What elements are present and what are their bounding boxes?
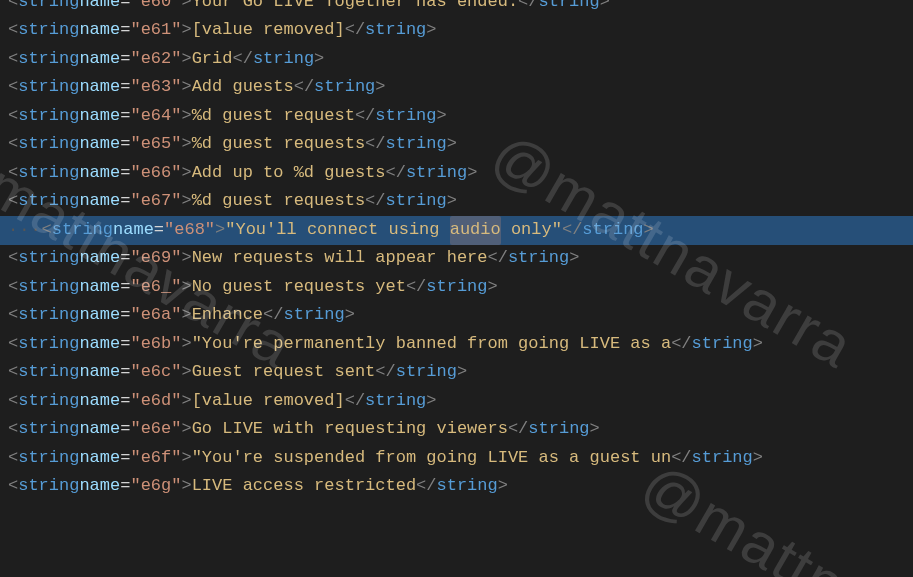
xml-tag: string — [18, 45, 79, 74]
xml-attr-name: name — [79, 159, 120, 188]
xml-tag: string — [18, 416, 79, 445]
xml-tag: string — [18, 74, 79, 103]
code-line[interactable]: <string name="e6f">"You're suspended fro… — [0, 444, 913, 473]
code-line[interactable]: <string name="e64">%d guest request</str… — [0, 102, 913, 131]
string-value: No guest requests yet — [192, 273, 406, 302]
string-value: Enhance — [192, 302, 263, 331]
xml-attr-value: "e65" — [130, 131, 181, 160]
code-line-selected[interactable]: ···<string name="e68">"You'll connect us… — [0, 216, 913, 245]
xml-attr-value: "e66" — [130, 159, 181, 188]
string-value: New requests will appear here — [192, 245, 488, 274]
xml-attr-value: "e69" — [130, 245, 181, 274]
xml-attr-value: "e68" — [164, 216, 215, 245]
code-line[interactable]: <string name="e60">Your Go LIVE Together… — [0, 0, 913, 17]
xml-tag: string — [52, 216, 113, 245]
code-line[interactable]: <string name="e62">Grid</string> — [0, 45, 913, 74]
xml-attr-name: name — [79, 17, 120, 46]
xml-attr-value: "e6f" — [130, 444, 181, 473]
xml-attr-name: name — [79, 102, 120, 131]
xml-tag: string — [18, 0, 79, 17]
string-value: %d guest requests — [192, 188, 365, 217]
xml-tag: string — [18, 17, 79, 46]
xml-tag: string — [18, 387, 79, 416]
xml-tag: string — [18, 359, 79, 388]
xml-attr-name: name — [79, 330, 120, 359]
xml-attr-name: name — [79, 45, 120, 74]
string-value: Your Go LIVE Together has ended. — [192, 0, 518, 17]
xml-attr-value: "e61" — [130, 17, 181, 46]
string-value: [value removed] — [192, 387, 345, 416]
xml-attr-name: name — [79, 131, 120, 160]
xml-attr-value: "e62" — [130, 45, 181, 74]
code-line[interactable]: <string name="e6c">Guest request sent</s… — [0, 359, 913, 388]
xml-tag: string — [18, 473, 79, 502]
xml-tag: string — [18, 330, 79, 359]
string-value: LIVE access restricted — [192, 473, 416, 502]
xml-attr-name: name — [79, 387, 120, 416]
string-value: "You're suspended from going LIVE as a g… — [192, 444, 671, 473]
code-line[interactable]: <string name="e65">%d guest requests</st… — [0, 131, 913, 160]
xml-attr-value: "e6g" — [130, 473, 181, 502]
string-value: Add guests — [192, 74, 294, 103]
string-value: %d guest requests — [192, 131, 365, 160]
code-line[interactable]: <string name="e6a">Enhance</string> — [0, 302, 913, 331]
xml-tag: string — [18, 444, 79, 473]
xml-attr-value: "e6d" — [130, 387, 181, 416]
xml-attr-name: name — [79, 359, 120, 388]
xml-tag: string — [18, 102, 79, 131]
string-value: Guest request sent — [192, 359, 376, 388]
xml-attr-value: "e60" — [130, 0, 181, 17]
xml-attr-value: "e64" — [130, 102, 181, 131]
xml-attr-value: "e6e" — [130, 416, 181, 445]
xml-attr-name: name — [79, 444, 120, 473]
code-line[interactable]: <string name="e63">Add guests</string> — [0, 74, 913, 103]
code-line[interactable]: <string name="e6_">No guest requests yet… — [0, 273, 913, 302]
code-line[interactable]: <string name="e6b">"You're permanently b… — [0, 330, 913, 359]
xml-tag: string — [18, 159, 79, 188]
xml-attr-name: name — [79, 416, 120, 445]
xml-attr-name: name — [113, 216, 154, 245]
xml-attr-name: name — [79, 74, 120, 103]
xml-attr-value: "e63" — [130, 74, 181, 103]
xml-attr-value: "e6b" — [130, 330, 181, 359]
string-value: "You're permanently banned from going LI… — [192, 330, 671, 359]
xml-attr-name: name — [79, 473, 120, 502]
xml-attr-name: name — [79, 245, 120, 274]
xml-tag: string — [18, 188, 79, 217]
xml-attr-name: name — [79, 273, 120, 302]
xml-attr-value: "e6a" — [130, 302, 181, 331]
string-value: Go LIVE with requesting viewers — [192, 416, 508, 445]
xml-attr-name: name — [79, 0, 120, 17]
string-value: [value removed] — [192, 17, 345, 46]
xml-tag: string — [18, 245, 79, 274]
xml-attr-value: "e6c" — [130, 359, 181, 388]
code-line[interactable]: <string name="e69">New requests will app… — [0, 245, 913, 274]
xml-attr-value: "e67" — [130, 188, 181, 217]
indent-guide-icon: ··· — [8, 216, 42, 245]
code-line[interactable]: <string name="e66">Add up to %d guests</… — [0, 159, 913, 188]
xml-tag: string — [18, 273, 79, 302]
code-line[interactable]: <string name="e61">[value removed]</stri… — [0, 17, 913, 46]
code-line[interactable]: <string name="e6e">Go LIVE with requesti… — [0, 416, 913, 445]
xml-attr-name: name — [79, 188, 120, 217]
code-line[interactable]: <string name="e6d">[value removed]</stri… — [0, 387, 913, 416]
xml-tag: string — [18, 302, 79, 331]
string-value: Grid — [192, 45, 233, 74]
string-value: Add up to %d guests — [192, 159, 386, 188]
xml-tag: string — [18, 131, 79, 160]
highlighted-word: audio — [450, 216, 501, 245]
code-line[interactable]: <string name="e6g">LIVE access restricte… — [0, 473, 913, 502]
xml-attr-name: name — [79, 302, 120, 331]
code-editor[interactable]: <string name="e60">Your Go LIVE Together… — [0, 0, 913, 501]
code-line[interactable]: <string name="e67">%d guest requests</st… — [0, 188, 913, 217]
string-value: %d guest request — [192, 102, 355, 131]
xml-attr-value: "e6_" — [130, 273, 181, 302]
